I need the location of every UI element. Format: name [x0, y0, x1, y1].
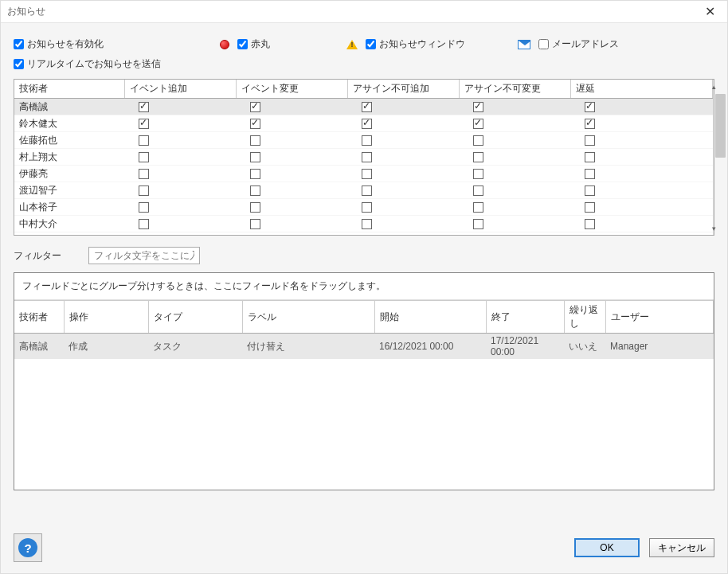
grid-checkbox[interactable] — [362, 185, 372, 196]
checkbox-cell — [570, 166, 713, 182]
filter-label: フィルター — [14, 249, 61, 263]
grid1-header-delay[interactable]: 遅延 — [570, 80, 713, 99]
grid-checkbox[interactable] — [585, 185, 595, 196]
grid-checkbox[interactable] — [250, 152, 260, 162]
table-row[interactable]: 加藤健 — [14, 232, 713, 236]
grid2-header-label[interactable]: ラベル — [242, 301, 374, 334]
grid-checkbox[interactable] — [139, 152, 149, 162]
grid-checkbox[interactable] — [250, 119, 260, 129]
grid-checkbox[interactable] — [250, 135, 260, 146]
grid-checkbox[interactable] — [473, 119, 483, 129]
grid1-header-assign-change[interactable]: アサイン不可変更 — [459, 80, 570, 99]
group-by-hint[interactable]: フィールドごとにグループ分けするときは、ここにフィールド名をドラッグします。 — [14, 273, 714, 300]
grid-checkbox[interactable] — [473, 152, 483, 162]
grid-checkbox[interactable] — [473, 219, 483, 229]
grid2-header-type[interactable]: タイプ — [148, 301, 242, 334]
grid-checkbox[interactable] — [362, 102, 372, 112]
grid-checkbox[interactable] — [585, 202, 595, 213]
grid-checkbox[interactable] — [362, 135, 372, 146]
grid-checkbox[interactable] — [473, 169, 483, 179]
grid-checkbox[interactable] — [139, 119, 149, 129]
table-row[interactable]: 中村大介 — [14, 216, 713, 232]
table-row[interactable]: 佐藤拓也 — [14, 132, 713, 149]
window-label: お知らせウィンドウ — [379, 37, 465, 51]
grid-checkbox[interactable] — [473, 102, 483, 112]
checkbox-cell — [347, 232, 459, 236]
checkbox-cell — [570, 149, 713, 166]
grid-checkbox[interactable] — [362, 152, 372, 162]
grid-checkbox[interactable] — [473, 185, 483, 196]
cancel-button[interactable]: キャンセル — [649, 538, 714, 557]
grid-checkbox[interactable] — [585, 119, 595, 129]
grid-checkbox[interactable] — [585, 135, 595, 146]
red-dot-input[interactable] — [237, 39, 248, 49]
window-input[interactable] — [366, 39, 376, 49]
email-input[interactable] — [538, 39, 549, 49]
ok-button[interactable]: OK — [574, 538, 640, 557]
grid1-header-assign-add[interactable]: アサイン不可追加 — [347, 80, 459, 99]
close-button[interactable]: ✕ — [697, 2, 722, 20]
grid-checkbox[interactable] — [473, 135, 483, 146]
grid-checkbox[interactable] — [139, 185, 149, 196]
red-dot-checkbox[interactable]: 赤丸 — [237, 37, 270, 51]
table-row[interactable]: 伊藤亮 — [14, 166, 713, 182]
grid-checkbox[interactable] — [362, 219, 372, 229]
grid2-header-repeat[interactable]: 繰り返し — [564, 301, 605, 334]
grid2-header-operation[interactable]: 操作 — [64, 301, 148, 334]
grid-checkbox[interactable] — [139, 219, 149, 229]
grid-checkbox[interactable] — [139, 135, 149, 146]
checkbox-cell — [459, 115, 570, 132]
email-checkbox[interactable]: メールアドレス — [538, 37, 619, 51]
checkbox-cell — [124, 132, 236, 149]
grid-checkbox[interactable] — [139, 102, 149, 112]
grid-checkbox[interactable] — [585, 102, 595, 112]
grid2-header-user[interactable]: ユーザー — [605, 301, 714, 334]
grid2-header-technician[interactable]: 技術者 — [14, 301, 64, 334]
grid1-scrollbar[interactable]: ▴ ▾ — [713, 80, 714, 235]
grid-checkbox[interactable] — [473, 202, 483, 213]
event-table[interactable]: 技術者 操作 タイプ ラベル 開始 終了 繰り返し ユーザー 高橋誠作成タスク付… — [14, 300, 714, 359]
table-row[interactable]: 渡辺智子 — [14, 182, 713, 199]
grid-checkbox[interactable] — [250, 185, 260, 196]
table-row[interactable]: 高橋誠 — [14, 99, 713, 115]
grid-checkbox[interactable] — [585, 219, 595, 229]
warning-icon — [346, 40, 358, 49]
table-row[interactable]: 高橋誠作成タスク付け替え16/12/2021 00:0017/12/2021 0… — [14, 334, 714, 360]
grid-checkbox[interactable] — [362, 169, 372, 179]
grid-checkbox[interactable] — [585, 169, 595, 179]
window-checkbox[interactable]: お知らせウィンドウ — [366, 37, 465, 51]
grid-checkbox[interactable] — [362, 119, 372, 129]
grid-checkbox[interactable] — [139, 202, 149, 213]
enable-notifications-checkbox[interactable]: お知らせを有効化 — [14, 37, 104, 51]
grid-checkbox[interactable] — [250, 202, 260, 213]
filter-input[interactable] — [88, 247, 200, 264]
realtime-checkbox[interactable]: リアルタイムでお知らせを送信 — [14, 57, 161, 71]
grid-checkbox[interactable] — [362, 202, 372, 213]
options-row-2: リアルタイムでお知らせを送信 — [14, 57, 714, 71]
event-cell-end: 17/12/2021 00:00 — [486, 334, 564, 360]
help-button[interactable]: ? — [14, 533, 42, 562]
scroll-thumb[interactable] — [715, 94, 726, 158]
grid-checkbox[interactable] — [250, 102, 260, 112]
grid2-header-start[interactable]: 開始 — [374, 301, 486, 334]
grid-checkbox[interactable] — [585, 152, 595, 162]
grid1-header-event-change[interactable]: イベント変更 — [236, 80, 347, 99]
red-dot-label: 赤丸 — [251, 37, 270, 51]
technician-table[interactable]: 技術者 イベント追加 イベント変更 アサイン不可追加 アサイン不可変更 遅延 高… — [14, 80, 713, 235]
grid2-header-end[interactable]: 終了 — [486, 301, 564, 334]
table-row[interactable]: 山本裕子 — [14, 199, 713, 216]
checkbox-cell — [124, 216, 236, 232]
realtime-input[interactable] — [14, 59, 24, 69]
grid1-header-technician[interactable]: 技術者 — [14, 80, 124, 99]
email-label: メールアドレス — [552, 37, 619, 51]
enable-notifications-input[interactable] — [14, 39, 24, 49]
table-row[interactable]: 鈴木健太 — [14, 115, 713, 132]
grid-checkbox[interactable] — [139, 169, 149, 179]
event-cell-label: 付け替え — [242, 334, 374, 360]
grid1-header-event-add[interactable]: イベント追加 — [124, 80, 236, 99]
checkbox-cell — [570, 115, 713, 132]
table-row[interactable]: 村上翔太 — [14, 149, 713, 166]
grid-checkbox[interactable] — [250, 169, 260, 179]
grid-checkbox[interactable] — [250, 219, 260, 229]
dialog-title: お知らせ — [7, 5, 45, 18]
